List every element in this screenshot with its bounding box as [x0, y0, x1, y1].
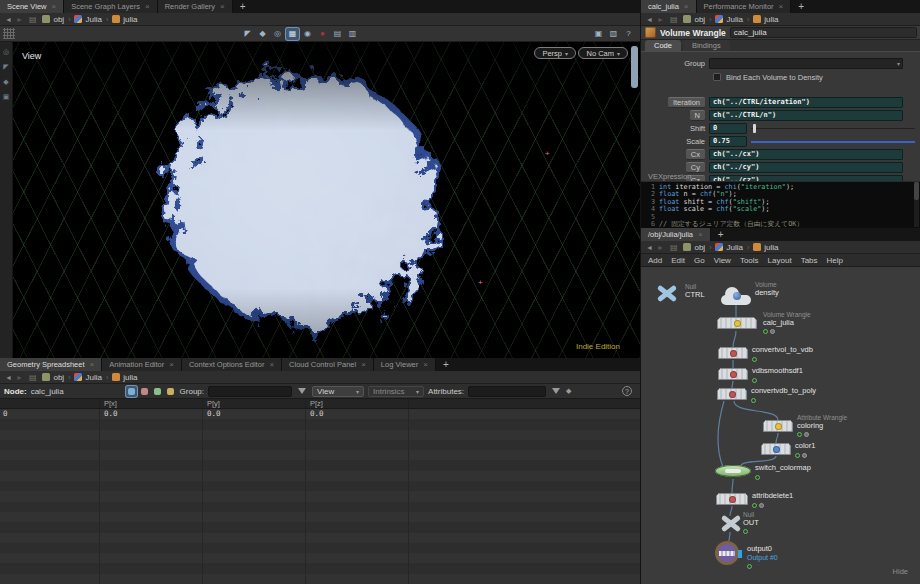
view-mode-dropdown[interactable]: View▾	[312, 386, 364, 397]
close-tab-icon[interactable]: ×	[220, 3, 225, 11]
menu-view[interactable]: View	[714, 256, 731, 265]
breadcrumb-item-julia[interactable]: julia	[753, 243, 778, 252]
intrinsics-dropdown[interactable]: Intrinsics▾	[368, 386, 424, 397]
param-expression-field[interactable]: ch("../cy")	[709, 162, 903, 173]
display-flag-icon[interactable]	[797, 432, 802, 437]
vertices-toggle-icon[interactable]	[139, 386, 150, 397]
display-options-icon[interactable]: ▥	[346, 28, 359, 40]
camera-select-button[interactable]: No Cam▾	[578, 47, 628, 59]
tab-bindings[interactable]: Bindings	[683, 40, 730, 51]
display-flag-icon[interactable]	[752, 357, 757, 362]
bypass-flag-icon[interactable]	[802, 453, 807, 458]
node-color1[interactable]: color1	[761, 443, 791, 455]
help-icon[interactable]: ?	[622, 28, 635, 40]
breadcrumb-item-obj[interactable]: obj	[42, 373, 64, 382]
close-tab-icon[interactable]: ×	[698, 231, 703, 239]
forward-arrow-icon[interactable]: ►	[16, 16, 23, 23]
menu-tools[interactable]: Tools	[740, 256, 759, 265]
filter-funnel-icon[interactable]	[298, 388, 306, 394]
toolbar-grip-handle[interactable]	[3, 28, 15, 39]
tab-scene-view[interactable]: Scene View×	[0, 0, 64, 13]
bypass-flag-icon[interactable]	[770, 329, 775, 334]
node-density[interactable]: Volumedensity	[721, 287, 751, 305]
back-arrow-icon[interactable]: ◄	[5, 16, 12, 23]
display-flag-icon[interactable]	[752, 378, 757, 383]
node-calc-julia[interactable]: Volume Wranglecalc_julia	[717, 317, 757, 329]
menu-edit[interactable]: Edit	[671, 256, 685, 265]
tab-cloud-control-panel[interactable]: Cloud Control Panel×	[282, 358, 374, 371]
detail-toggle-icon[interactable]	[165, 386, 176, 397]
flipbook-record-icon[interactable]: ●	[316, 28, 329, 40]
node-coloring[interactable]: Attribute Wranglecoloring	[763, 420, 793, 432]
new-tab-button[interactable]: +	[711, 228, 731, 241]
hide-link[interactable]: Hide	[893, 567, 908, 576]
tab-context-options-editor[interactable]: Context Options Editor×	[182, 358, 282, 371]
tab-log-viewer[interactable]: Log Viewer×	[374, 358, 436, 371]
vex-code-editor[interactable]: 1int iteration = chi("iteration");2float…	[641, 181, 920, 228]
node-name-input[interactable]: calc_julia	[730, 27, 917, 38]
path-history-icon[interactable]: ▤	[670, 15, 678, 24]
code-scrollbar[interactable]	[914, 182, 919, 227]
param-slider[interactable]	[751, 136, 915, 147]
breadcrumb-item-julia[interactable]: Julia	[715, 15, 742, 24]
node-vdbsmoothsdf1[interactable]: vdbsmoothsdf1	[718, 368, 748, 380]
close-tab-icon[interactable]: ×	[779, 3, 784, 11]
spreadsheet-body[interactable]: 00.00.00.0	[0, 409, 640, 584]
param-expression-field[interactable]: ch("../cx")	[709, 149, 903, 160]
forward-arrow-icon[interactable]: ►	[16, 374, 23, 381]
close-tab-icon[interactable]: ×	[269, 361, 274, 369]
tab-animation-editor[interactable]: Animation Editor×	[102, 358, 182, 371]
display-flag-icon[interactable]	[752, 503, 757, 508]
attributes-filter-input[interactable]	[468, 386, 546, 397]
filter-funnel-icon[interactable]	[552, 388, 560, 394]
param-expression-field[interactable]: ch("../CTRL/n")	[709, 110, 903, 121]
node-ctrl[interactable]: NullCTRL	[657, 285, 677, 301]
group-field[interactable]: ▾	[709, 58, 903, 69]
breadcrumb-item-julia[interactable]: Julia	[74, 373, 101, 382]
close-tab-icon[interactable]: ×	[51, 3, 56, 11]
network-editor-canvas[interactable]: NullCTRLVolumedensityVolume Wranglecalc_…	[641, 267, 920, 584]
close-tab-icon[interactable]: ×	[684, 3, 689, 11]
close-tab-icon[interactable]: ×	[361, 361, 366, 369]
back-arrow-icon[interactable]: ◄	[5, 374, 12, 381]
display-flag-icon[interactable]	[763, 329, 768, 334]
rotate-tool-icon[interactable]: ◎	[271, 28, 284, 40]
node-output0[interactable]: output0Output #0	[715, 541, 739, 565]
node-switch-colormap[interactable]: switch_colormap	[715, 465, 751, 477]
bind-density-checkbox[interactable]	[713, 73, 721, 81]
slider-handle[interactable]	[753, 124, 756, 133]
group-filter-input[interactable]	[208, 386, 292, 397]
scene-viewport[interactable]: ◎ ◤ ◆ ▣ View Persp▾ No Cam▾ + + Indie Ed…	[0, 42, 640, 358]
path-history-icon[interactable]: ▤	[670, 243, 678, 252]
settings-icon[interactable]: ▧	[607, 28, 620, 40]
breadcrumb-item-obj[interactable]: obj	[42, 15, 64, 24]
param-value-field[interactable]: 0	[709, 123, 747, 134]
tab-obj-julia-julia[interactable]: /obj/Julia/julia×	[641, 228, 711, 241]
select-tool-icon[interactable]: ◤	[241, 28, 254, 40]
menu-go[interactable]: Go	[694, 256, 705, 265]
translate-tool-icon[interactable]: ◆	[256, 28, 269, 40]
forward-arrow-icon[interactable]: ►	[657, 16, 664, 23]
display-flag-icon[interactable]	[795, 453, 800, 458]
breadcrumb-item-julia[interactable]: julia	[112, 15, 137, 24]
new-tab-button[interactable]: +	[233, 0, 253, 13]
menu-add[interactable]: Add	[648, 256, 662, 265]
column-header-p-y[interactable]: P[y]	[203, 399, 306, 408]
new-tab-button[interactable]: +	[791, 0, 811, 13]
bypass-flag-icon[interactable]	[804, 432, 809, 437]
close-tab-icon[interactable]: ×	[169, 361, 174, 369]
tab-calc-julia[interactable]: calc_julia×	[641, 0, 697, 13]
display-flag-icon[interactable]	[755, 475, 760, 480]
display-flag-icon[interactable]	[751, 398, 756, 403]
zoom-region-icon[interactable]: ◉	[301, 28, 314, 40]
close-tab-icon[interactable]: ×	[145, 3, 150, 11]
primitives-toggle-icon[interactable]	[152, 386, 163, 397]
menu-help[interactable]: Help	[827, 256, 843, 265]
display-flag-icon[interactable]	[743, 529, 748, 534]
node-convertvol-to-vdb[interactable]: convertvol_to_vdb	[718, 347, 748, 359]
tab-code[interactable]: Code	[645, 40, 681, 51]
camera-icon[interactable]: ▣	[592, 28, 605, 40]
snapping-icon[interactable]: ▦	[286, 28, 299, 40]
node-attribdelete1[interactable]: attribdelete1	[716, 493, 748, 505]
table-row[interactable]: 00.00.00.0	[0, 409, 640, 419]
